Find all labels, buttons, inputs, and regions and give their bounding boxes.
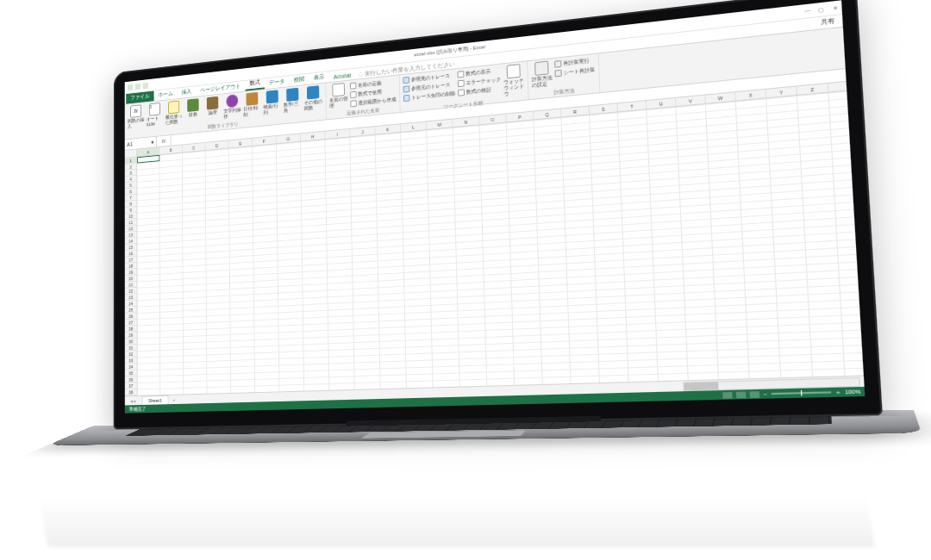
group-label-calculation: 計算方法	[532, 86, 596, 98]
autosum-label: オートSUM	[147, 115, 164, 128]
formula-icon	[458, 71, 465, 78]
column-header-Z[interactable]: Z	[797, 84, 829, 95]
view-page-break-button[interactable]	[750, 391, 760, 398]
excel-screen: excel.xlsx [読み取り専用] - Excel — ▢ ✕ ファイル ホ…	[125, 0, 865, 413]
evaluate-formula-label: 数式の検証	[466, 87, 491, 96]
math-label: 数学/三角	[284, 101, 302, 114]
status-mode: 準備完了	[125, 405, 151, 413]
star-icon	[168, 101, 179, 115]
name-manager-button[interactable]: 名前の管理	[329, 83, 348, 109]
horizontal-scrollbar[interactable]	[683, 377, 860, 391]
create-from-selection-label: 選択範囲から作成	[358, 96, 396, 106]
financial-label: 財務	[189, 112, 197, 118]
close-button[interactable]: ✕	[828, 3, 841, 11]
date-label: 日付/時刻	[243, 105, 261, 118]
group-defined-names: 名前の管理 名前の定義 数式で使用 選択範囲から作成 定義された名前	[326, 75, 401, 119]
text-icon	[226, 94, 238, 108]
qat-save-icon[interactable]	[128, 84, 133, 90]
chevron-down-icon: ▾	[151, 139, 153, 145]
column-header-S[interactable]: S	[590, 103, 618, 114]
sheet-nav[interactable]: ◂ ▸	[125, 398, 142, 404]
remove-arrows-icon	[403, 95, 410, 102]
recent-functions-button[interactable]: 最近使った関数	[166, 100, 183, 126]
watch-icon	[507, 64, 521, 78]
tag-icon	[350, 82, 356, 89]
view-page-layout-button[interactable]	[736, 391, 747, 398]
name-box-value: A1	[127, 141, 133, 147]
insert-function-label: 関数の挿入	[128, 117, 144, 129]
name-manager-label: 名前の管理	[329, 96, 348, 109]
more-label: その他の関数	[304, 99, 323, 112]
tab-formulas[interactable]: 数式	[245, 78, 264, 91]
autosum-button[interactable]: ΣオートSUM	[147, 103, 164, 128]
minimize-button[interactable]: —	[801, 7, 815, 15]
add-sheet-button[interactable]: +	[168, 397, 179, 402]
text-button[interactable]: 文字列操作	[223, 94, 241, 120]
qat-undo-icon[interactable]	[135, 83, 141, 90]
watch-window-label: ウォッチウィンドウ	[503, 78, 524, 97]
quick-access-toolbar[interactable]	[125, 82, 152, 91]
lookup-label: 検索/行列	[263, 103, 281, 116]
more-icon	[307, 85, 319, 99]
date-button[interactable]: 日付/時刻	[243, 91, 261, 117]
column-header-T[interactable]: T	[618, 101, 647, 111]
date-icon	[246, 92, 258, 106]
math-icon	[286, 88, 298, 102]
calc-icon	[534, 61, 548, 76]
define-name-label: 名前の定義	[358, 80, 382, 89]
fx-button[interactable]: fx	[157, 135, 171, 146]
logical-label: 論理	[209, 109, 217, 115]
name-icon	[332, 83, 345, 96]
column-header-V[interactable]: V	[676, 96, 706, 106]
zoom-slider[interactable]	[771, 391, 830, 395]
insert-function-button[interactable]: 関数の挿入	[128, 104, 144, 130]
maximize-button[interactable]: ▢	[814, 5, 828, 13]
column-header-U[interactable]: U	[647, 98, 676, 109]
zoom-in-button[interactable]: ＋	[834, 388, 841, 396]
calc-sheet-icon	[554, 70, 561, 78]
calc-now-icon	[554, 60, 561, 68]
zoom-out-button[interactable]: −	[764, 391, 767, 397]
lookup-button[interactable]: 検索/行列	[263, 90, 281, 116]
sigma-icon: Σ	[149, 103, 160, 116]
financial-icon	[187, 98, 198, 112]
logical-button[interactable]: 論理	[203, 96, 221, 116]
fx-small-icon	[350, 91, 356, 98]
logical-icon	[207, 96, 219, 110]
qat-redo-icon[interactable]	[143, 82, 148, 89]
text-label: 文字列操作	[223, 107, 241, 120]
calc-options-label: 計算方法の設定	[532, 75, 553, 89]
laptop-lid: excel.xlsx [読み取り専用] - Excel — ▢ ✕ ファイル ホ…	[114, 0, 883, 430]
column-header-W[interactable]: W	[705, 92, 735, 103]
show-formulas-label: 数式の表示	[466, 68, 490, 77]
group-calculation: 計算方法の設定 再計算実行 シート再計算 計算方法	[528, 53, 600, 99]
row-headers[interactable]: 1234567891011121314151617181920212223242…	[125, 149, 138, 395]
use-in-formula-label: 数式で使用	[358, 89, 382, 96]
view-normal-button[interactable]	[722, 391, 733, 398]
column-header-R[interactable]: R	[561, 106, 590, 116]
calc-sheet-label: シート再計算	[564, 66, 596, 76]
laptop-mockup: excel.xlsx [読み取り専用] - Excel — ▢ ✕ ファイル ホ…	[92, 0, 931, 532]
evaluate-icon	[458, 89, 465, 96]
zoom-level[interactable]: 100%	[845, 389, 861, 395]
calc-sheet-button[interactable]: シート再計算	[554, 65, 595, 78]
recent-label: 最近使った関数	[166, 113, 183, 126]
fx-icon	[130, 104, 141, 118]
math-button[interactable]: 数学/三角	[284, 87, 302, 114]
calc-options-button[interactable]: 計算方法の設定	[531, 60, 553, 89]
lookup-icon	[266, 90, 278, 103]
financial-button[interactable]: 財務	[184, 98, 202, 119]
column-header-P[interactable]: P	[506, 112, 534, 122]
column-header-X[interactable]: X	[735, 90, 766, 101]
scrollbar-thumb[interactable]	[684, 382, 719, 390]
selection-icon	[350, 100, 356, 107]
share-button[interactable]: 共有	[816, 16, 839, 29]
watch-window-button[interactable]: ウォッチウィンドウ	[503, 64, 525, 98]
calc-now-button[interactable]: 再計算実行	[554, 56, 595, 69]
more-functions-button[interactable]: その他の関数	[303, 85, 322, 112]
arrow-up-icon	[403, 77, 409, 84]
arrow-down-icon	[403, 85, 410, 92]
column-header-Q[interactable]: Q	[534, 109, 561, 119]
column-header-Y[interactable]: Y	[766, 86, 797, 97]
calc-now-label: 再計算実行	[563, 58, 590, 66]
